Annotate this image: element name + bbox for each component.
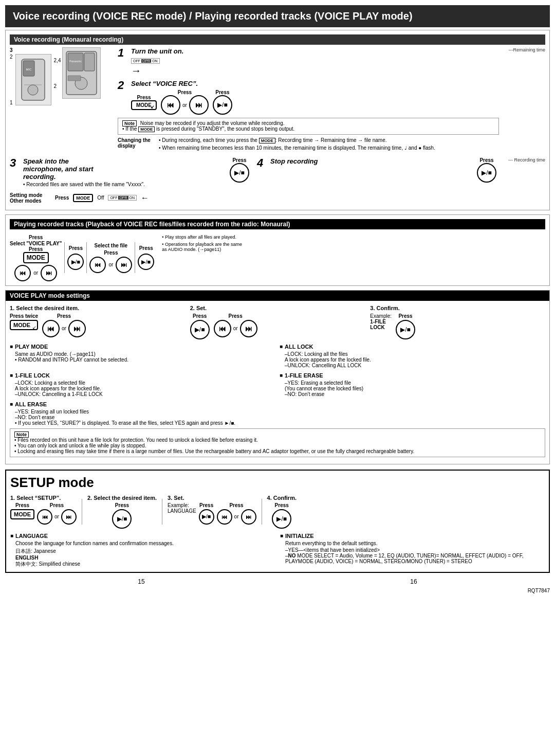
feature-all-erase: ALL ERASE –YES: Erasing all un locked fi…	[10, 401, 545, 426]
on2: ON	[130, 196, 135, 200]
setup-step-1-header: 1. Select “SETUP”.	[10, 495, 77, 501]
play-btn-setup-2[interactable]: ▶/■	[112, 509, 132, 529]
play-note-1: • Play stops after all files are played.	[162, 235, 244, 240]
play-btn-vp2[interactable]: ▶/■	[190, 320, 210, 339]
play-btn-setup-3[interactable]: ▶/■	[199, 509, 214, 525]
mode-inline: MODE	[138, 127, 155, 132]
device-label-2b: 2,4	[54, 58, 61, 63]
or-setup-1: or	[54, 514, 59, 519]
step-2-row: 2 Select “VOICE REC”. Press MODE ↙ Press	[118, 80, 499, 115]
mode-button-setting[interactable]: MODE	[73, 194, 93, 202]
prev-vp2[interactable]: ⏮	[214, 320, 231, 337]
feature-1file-erase: 1-FILE ERASE –YES: Erasing a selected fi…	[280, 372, 545, 397]
or-text-2: or	[182, 102, 187, 108]
setup-divider-1	[82, 499, 82, 525]
press-label-play-1b: Press	[29, 246, 43, 252]
mode-group-play: MODE	[23, 252, 49, 263]
arrow-left: ←	[141, 193, 149, 203]
three-col-layout: 1. Select the desired item. Press twice …	[10, 305, 545, 339]
device-label-2c: 2	[54, 83, 61, 89]
prev-button-2[interactable]: ⏮	[161, 95, 180, 115]
initialize-yes: –YES—<items that have been initialized>	[285, 547, 545, 553]
initialize-no: –NO MODE SELECT = Audio, Volume = 12, EQ…	[285, 553, 545, 564]
mode-button-2[interactable]: MODE ↙	[131, 100, 157, 110]
play-button-2[interactable]: ▶/■	[213, 95, 232, 115]
voice-play-section: VOICE PLAY mode settings 1. Select the d…	[5, 290, 550, 464]
mode-arrow: ↙	[151, 104, 155, 110]
play-btn-vp3[interactable]: ▶/■	[396, 320, 415, 339]
setup-step-1-nav: Press ⏮ or ⏭	[37, 502, 77, 525]
all-erase-no: –NO: Don’t erase	[15, 415, 545, 420]
page-num-16: 16	[410, 578, 417, 585]
step-4-container: 4 Stop recording Press ▶/■	[257, 157, 496, 190]
step-3-row: 3 Speak into themicrophone, and startrec…	[10, 157, 249, 187]
next-play-3[interactable]: ⏭	[116, 257, 132, 273]
device-svg-right: Panasonic	[62, 47, 101, 99]
play-btn-play-2[interactable]: ▶/■	[67, 254, 84, 270]
setup-step-1: 1. Select “SETUP”. Press MODE Press ⏮ or…	[10, 495, 77, 525]
changing-points: • During recording, each time you press …	[159, 137, 435, 151]
mode-btn-vp[interactable]: MODE ↙	[10, 320, 38, 330]
initialize-feature: INITIALIZE Return everything to the defa…	[280, 533, 545, 568]
play-button-4[interactable]: ▶/■	[477, 163, 496, 183]
example-val2: LOCK	[370, 325, 384, 330]
next-vp[interactable]: ⏭	[68, 320, 86, 337]
arrow-right-1: →	[131, 65, 499, 77]
press-label-play-1: Press	[29, 235, 43, 240]
1file-erase-no: –NO: Don’t erase	[285, 391, 545, 397]
press-label-4: Press	[477, 157, 496, 163]
prev-vp[interactable]: ⏮	[42, 320, 60, 337]
play-btn-play-4[interactable]: ▶/■	[138, 254, 154, 270]
press-setup-3a: Press	[199, 502, 214, 508]
prev-play-3[interactable]: ⏮	[89, 257, 106, 273]
setup-step-4-header: 4. Confirm.	[267, 495, 297, 501]
setup-step-4-button: Press ▶/■	[267, 502, 297, 529]
col2-nav-group: Press ⏮ or ⏭	[214, 313, 257, 337]
voice-play-content: 1. Select the desired item. Press twice …	[6, 301, 549, 464]
step-4-num: 4	[257, 157, 266, 169]
remaining-time-label: ---Remaining time	[504, 47, 545, 52]
next-vp2[interactable]: ⏭	[240, 320, 257, 337]
col2-buttons: Press ▶/■ Press ⏮ or ⏭	[190, 313, 365, 339]
prev-setup-1[interactable]: ⏮	[37, 509, 52, 525]
prev-setup-3[interactable]: ⏮	[217, 509, 232, 525]
press-twice-label: Press twice	[10, 313, 38, 319]
language-opt3: 简体中文: Simplified chinese	[15, 561, 275, 568]
off-opr-on-switch: OFF OPR ON	[131, 58, 160, 64]
play-btn-setup-4[interactable]: ▶/■	[272, 509, 291, 529]
all-lock-unlock: –UNLOCK: Cancelling ALL LOCK	[285, 363, 545, 368]
col3-play-group: Press ▶/■	[396, 313, 415, 339]
play-button-3[interactable]: ▶/■	[230, 163, 249, 183]
setup-divider-2	[162, 499, 162, 525]
rqt-number: RQT7847	[5, 588, 550, 593]
language-opt1: 日本語: Japanese	[15, 548, 275, 555]
col1-header: 1. Select the desired item.	[10, 305, 185, 311]
next-setup-1[interactable]: ⏭	[61, 509, 77, 525]
press-mode-label: Press	[55, 195, 69, 201]
col3-example: Example: 1-FILE LOCK	[370, 313, 392, 330]
step-1-row: 1 Turn the unit on. OFF OPR ON →	[118, 47, 499, 77]
mode-vp-arrow: ↙	[32, 325, 36, 330]
next-setup-3[interactable]: ⏭	[241, 509, 256, 525]
prev-play[interactable]: ⏮	[14, 265, 31, 281]
select-voice-play-label: Select "VOICE PLAY"	[10, 241, 62, 246]
step-4-row: 4 Stop recording Press ▶/■	[257, 157, 496, 183]
play-flow-row: Press Select "VOICE PLAY" Press MODE ⏮ o…	[10, 235, 154, 281]
next-button-2[interactable]: ⏭	[189, 95, 209, 115]
off-opr-on-2: OFF OPR ON	[108, 195, 137, 201]
steps-3-4-area: 3 Speak into themicrophone, and startrec…	[10, 157, 545, 190]
setup-nav-1: ⏮ or ⏭	[37, 509, 77, 525]
setup-steps-row: 1. Select “SETUP”. Press MODE Press ⏮ or…	[10, 495, 545, 529]
step-3-content: Speak into themicrophone, and startrecor…	[23, 157, 225, 187]
setup-step-3-content: Example: LANGUAGE Press ▶/■ Press ⏮ or ⏭	[168, 502, 256, 525]
step-4-content: Stop recording	[270, 157, 472, 166]
1file-lock-unlock: –UNLOCK: Cancelling a 1-FILE LOCK	[15, 391, 275, 397]
next-play[interactable]: ⏭	[41, 265, 57, 281]
press-label-play-3a: Press	[104, 250, 118, 256]
or-setup-3: or	[234, 514, 239, 519]
language-opt2: ENGLISH	[15, 555, 275, 561]
bottom-note-point2: • You can only lock and unlock a file wh…	[14, 443, 541, 448]
mode-btn-setup[interactable]: MODE	[10, 509, 34, 519]
playing-section: Playing recorded tracks (Playback of VOI…	[5, 214, 550, 286]
opr-label: OPR	[141, 59, 151, 63]
